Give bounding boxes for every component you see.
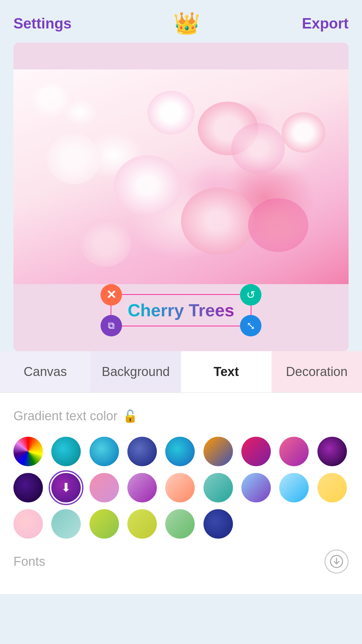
color-circle-sky-blue[interactable] [279,473,309,502]
color-circle-lime-yellow[interactable] [89,509,119,539]
flower-petal-8 [30,80,70,117]
flower-petal-9 [80,220,131,267]
color-circle-teal-blue[interactable] [165,437,195,466]
canvas-text[interactable]: Cherry Trees [128,300,234,320]
gradient-label-row: Gradient text color 🔓 [13,409,349,423]
tabs-bar: Canvas Background Text Decoration [0,351,362,393]
color-circle-blue-dark[interactable] [127,437,157,466]
color-circle-purple-dark[interactable] [317,437,347,466]
tab-text[interactable]: Text [181,351,272,392]
settings-button[interactable]: Settings [13,15,72,32]
canvas-area: ✕ ↺ ⧉ ⤡ Cherry Trees [13,43,349,351]
color-circle-mint[interactable] [165,509,195,539]
flower-petal-4 [114,155,181,216]
flower-petal-6 [47,134,101,184]
handle-close[interactable]: ✕ [101,284,122,306]
flower-petal-2 [147,91,194,135]
color-circle-peach[interactable] [165,473,195,502]
tab-canvas[interactable]: Canvas [0,351,90,392]
lock-icon[interactable]: 🔓 [123,409,138,423]
flower-petal-7 [248,198,308,252]
tab-decoration[interactable]: Decoration [272,351,362,392]
color-circle-rainbow[interactable] [13,437,43,466]
flower-petal-10 [282,112,325,153]
color-circle-pink-purple[interactable] [241,437,271,466]
fonts-section: Fonts [13,549,349,574]
color-circle-navy-blue[interactable] [203,509,233,539]
color-circle-mint-teal[interactable] [203,473,233,502]
canvas-image[interactable] [13,69,349,284]
canvas-top-padding [13,43,349,69]
color-circle-blush[interactable] [13,509,43,539]
color-circle-orange-blue[interactable] [203,437,233,466]
header: Settings 👑 Export [0,0,362,43]
flower-petal-3 [231,123,285,173]
color-circle-pink-mauve[interactable] [279,437,309,466]
gradient-text-label: Gradient text color [13,409,117,423]
fonts-label: Fonts [13,554,45,569]
export-button[interactable]: Export [302,15,349,32]
color-circle-pink-light[interactable] [89,473,119,502]
handle-duplicate[interactable]: ⧉ [101,315,122,336]
flower-petal-5 [181,187,255,255]
text-bounding-box[interactable]: ✕ ↺ ⧉ ⤡ Cherry Trees [111,294,251,326]
color-circle-download-circle[interactable]: ⬇ [51,473,81,502]
text-selection-area[interactable]: ✕ ↺ ⧉ ⤡ Cherry Trees [111,294,251,326]
color-circle-lavender[interactable] [127,473,157,502]
color-circle-yellow-green[interactable] [127,509,157,539]
fonts-download-button[interactable] [324,549,349,574]
color-circle-teal-mid[interactable] [89,437,119,466]
canvas-bottom-area: ✕ ↺ ⧉ ⤡ Cherry Trees [13,284,349,351]
content-area: Gradient text color 🔓 ⬇ Fonts [0,393,362,594]
color-circle-mint-green[interactable] [51,509,81,539]
color-circle-gold-light[interactable] [317,473,347,502]
color-grid: ⬇ [13,437,349,539]
color-circle-blue-purple[interactable] [241,473,271,502]
handle-rotate[interactable]: ↺ [240,284,261,306]
color-circle-teal-dark[interactable] [51,437,81,466]
crown-icon: 👑 [173,11,200,36]
handle-resize[interactable]: ⤡ [240,315,261,336]
tab-background[interactable]: Background [90,351,181,392]
color-circle-dark-purple[interactable] [13,473,43,502]
